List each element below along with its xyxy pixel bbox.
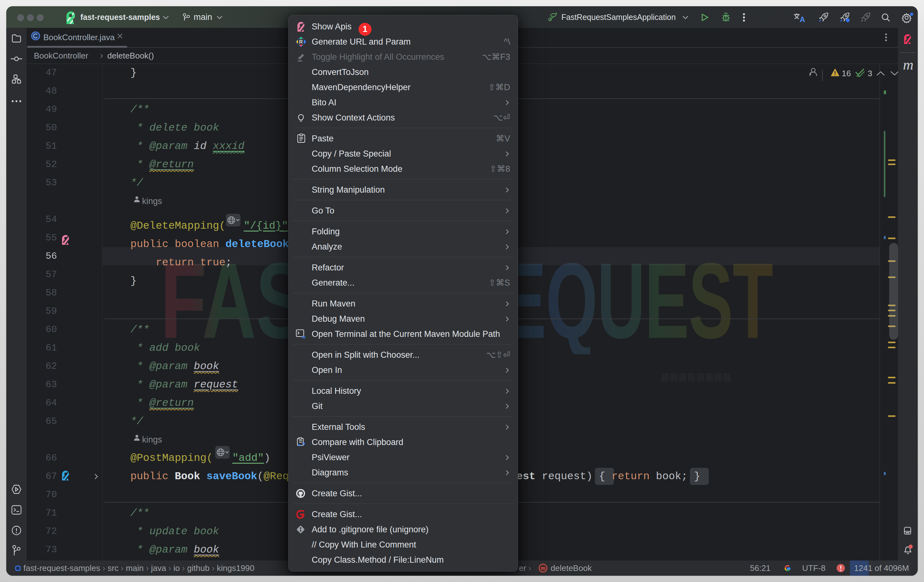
svg-text:m: m bbox=[541, 565, 545, 571]
svg-text:m: m bbox=[302, 334, 305, 339]
svg-text:R: R bbox=[299, 39, 303, 45]
svg-text:A: A bbox=[800, 15, 805, 23]
